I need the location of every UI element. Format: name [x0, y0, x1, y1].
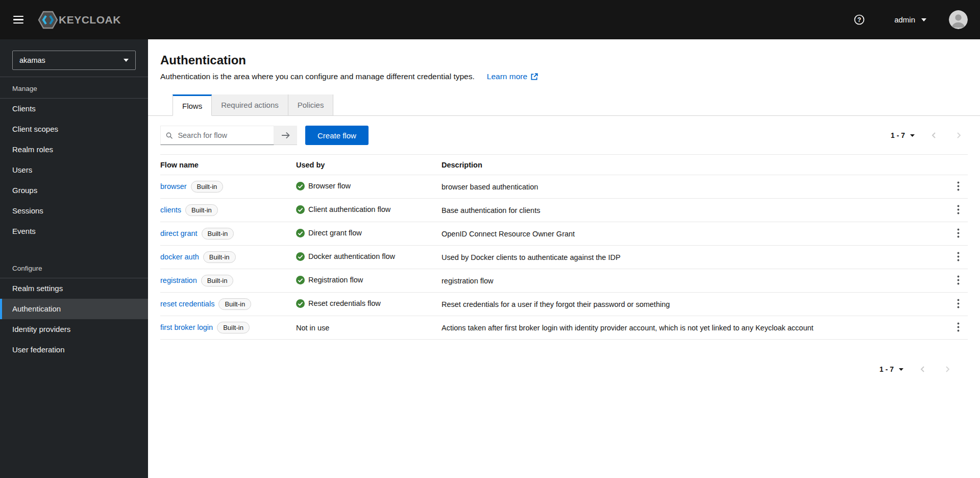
flow-link-first-broker-login[interactable]: first broker login: [160, 323, 213, 331]
search-input[interactable]: [177, 131, 268, 140]
masthead: KEYCLOAK ? admin: [0, 0, 980, 39]
keycloak-logo-icon: [38, 11, 58, 29]
help-icon[interactable]: ?: [854, 14, 865, 25]
row-kebab-menu[interactable]: [952, 203, 965, 218]
used-by-label: Docker authentication flow: [308, 252, 395, 260]
description-cell: browser based authentication: [442, 175, 943, 199]
next-page-button-bottom[interactable]: [939, 364, 957, 375]
keycloak-logo: KEYCLOAK: [38, 11, 121, 29]
flow-link-clients[interactable]: clients: [160, 206, 181, 214]
used-by-label: Not in use: [296, 324, 329, 332]
used-by-cell: Browser flow: [296, 182, 351, 190]
row-kebab-menu[interactable]: [952, 273, 965, 289]
sidebar-item-user-federation[interactable]: User federation: [0, 340, 148, 360]
used-by-label: Browser flow: [308, 182, 351, 190]
chevron-down-icon: [921, 18, 926, 21]
prev-page-button-bottom[interactable]: [914, 364, 932, 375]
row-kebab-menu[interactable]: [952, 297, 965, 312]
nav-group-title-configure: Configure: [0, 257, 148, 278]
realm-selector[interactable]: akamas: [12, 51, 136, 70]
avatar[interactable]: [949, 10, 968, 29]
page-description: Authentication is the area where you can…: [160, 72, 475, 81]
tab-required-actions[interactable]: Required actions: [212, 94, 288, 116]
svg-text:?: ?: [857, 16, 861, 23]
used-by-label: Direct grant flow: [308, 229, 362, 237]
hamburger-icon[interactable]: [12, 13, 24, 27]
flow-link-browser[interactable]: browser: [160, 182, 187, 190]
caret-down-icon: [910, 134, 915, 137]
built-in-badge: Built-in: [217, 322, 250, 333]
sidebar-item-client-scopes[interactable]: Client scopes: [0, 119, 148, 139]
page-title: Authentication: [160, 53, 968, 68]
create-flow-button[interactable]: Create flow: [305, 126, 369, 145]
flow-link-docker-auth[interactable]: docker auth: [160, 253, 199, 261]
table-row-first-broker-login: first broker loginBuilt-inNot in useActi…: [160, 316, 968, 340]
tab-policies[interactable]: Policies: [288, 94, 334, 116]
sidebar-item-events[interactable]: Events: [0, 221, 148, 242]
flow-link-registration[interactable]: registration: [160, 276, 197, 284]
search-submit-button[interactable]: [274, 126, 297, 145]
sidebar-item-clients[interactable]: Clients: [0, 99, 148, 119]
table-row-registration: registrationBuilt-inRegistration flowreg…: [160, 269, 968, 293]
success-check-icon: [296, 229, 305, 237]
row-kebab-menu[interactable]: [952, 250, 965, 265]
sidebar: akamas ManageClientsClient scopesRealm r…: [0, 39, 148, 478]
app-root: KEYCLOAK ? admin: [0, 0, 980, 478]
row-kebab-menu[interactable]: [952, 179, 965, 195]
kebab-icon: [957, 252, 960, 261]
prev-page-button[interactable]: [925, 130, 943, 141]
learn-more-label: Learn more: [487, 72, 527, 81]
used-by-cell: Reset credentials flow: [296, 299, 381, 308]
built-in-badge: Built-in: [201, 275, 234, 286]
next-page-button[interactable]: [950, 130, 968, 141]
username: admin: [894, 15, 915, 24]
used-by-label: Registration flow: [308, 276, 363, 284]
built-in-badge: Built-in: [191, 181, 224, 193]
learn-more-link[interactable]: Learn more: [487, 72, 538, 81]
masthead-right: ? admin: [854, 10, 968, 29]
tab-flows[interactable]: Flows: [173, 94, 212, 116]
built-in-badge: Built-in: [185, 204, 218, 216]
flow-link-reset-credentials[interactable]: reset credentials: [160, 300, 214, 308]
sidebar-item-identity-providers[interactable]: Identity providers: [0, 319, 148, 340]
chevron-down-icon: [124, 59, 129, 62]
search-icon: [166, 132, 173, 139]
used-by-label: Client authentication flow: [308, 205, 390, 213]
kebab-icon: [957, 275, 960, 285]
pagination-menu-toggle-bottom[interactable]: 1 - 7: [876, 363, 906, 375]
description-cell: Reset credentials for a user if they for…: [442, 293, 943, 316]
success-check-icon: [296, 182, 305, 190]
main-content: Authentication Authentication is the are…: [148, 39, 980, 478]
pagination-range: 1 - 7: [891, 131, 905, 139]
description-cell: Base authentication for clients: [442, 199, 943, 222]
pagination-menu-toggle[interactable]: 1 - 7: [888, 129, 918, 141]
column-header-used-by: Used by: [296, 155, 442, 175]
table-row-reset-credentials: reset credentialsBuilt-inReset credentia…: [160, 293, 968, 316]
sidebar-item-realm-settings[interactable]: Realm settings: [0, 278, 148, 299]
flow-link-direct-grant[interactable]: direct grant: [160, 229, 198, 237]
used-by-cell: Docker authentication flow: [296, 252, 395, 261]
realm-selector-section: akamas: [0, 39, 148, 77]
row-kebab-menu[interactable]: [952, 320, 965, 336]
description-cell: OpenID Connect Resource Owner Grant: [442, 222, 943, 246]
search-group: [160, 126, 297, 145]
kebab-icon: [957, 228, 960, 238]
sidebar-item-users[interactable]: Users: [0, 160, 148, 180]
sidebar-item-sessions[interactable]: Sessions: [0, 201, 148, 221]
nav-section-manage: ManageClientsClient scopesRealm rolesUse…: [0, 77, 148, 242]
external-link-icon: [530, 73, 538, 81]
table-header-row: Flow nameUsed byDescription: [160, 155, 968, 175]
nav-section-configure: ConfigureRealm settingsAuthenticationIde…: [0, 257, 148, 360]
sidebar-item-realm-roles[interactable]: Realm roles: [0, 139, 148, 160]
sidebar-item-groups[interactable]: Groups: [0, 180, 148, 201]
row-kebab-menu[interactable]: [952, 226, 965, 242]
table-row-clients: clientsBuilt-inClient authentication flo…: [160, 199, 968, 222]
built-in-badge: Built-in: [202, 228, 234, 240]
built-in-badge: Built-in: [218, 298, 251, 310]
column-header-actions: [943, 155, 968, 175]
kebab-icon: [957, 181, 960, 191]
chevron-left-icon: [931, 132, 937, 139]
user-menu-dropdown[interactable]: admin: [891, 15, 929, 25]
kebab-icon: [957, 299, 960, 308]
sidebar-item-authentication[interactable]: Authentication: [0, 299, 148, 319]
